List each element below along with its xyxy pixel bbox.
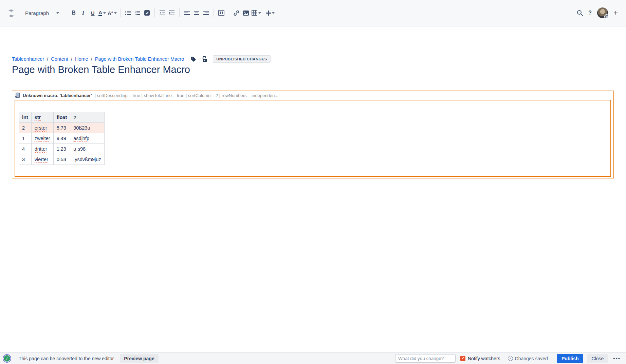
breadcrumb-separator: /: [91, 56, 92, 62]
table-cell[interactable]: 1: [19, 133, 32, 144]
search-icon[interactable]: [577, 10, 583, 16]
text-color-dropdown[interactable]: A: [98, 8, 106, 18]
confluence-logo-icon: [7, 9, 16, 17]
breadcrumb-link[interactable]: Tableenhancer: [12, 56, 44, 62]
user-avatar[interactable]: [597, 7, 608, 18]
table-row: 1zweiter9.49asdjhfp: [19, 133, 105, 144]
table-cell[interactable]: µ s98: [70, 144, 104, 154]
chevron-down-icon: [56, 12, 59, 14]
saved-check-icon: ✓: [508, 356, 513, 361]
editor-toolbar: Paragraph B I U A Ao: [0, 0, 626, 26]
italic-button[interactable]: I: [79, 8, 87, 18]
macro-title: Unknown macro: 'tableenhancer': [23, 93, 92, 98]
table-cell[interactable]: zweiter: [31, 133, 53, 144]
table-cell[interactable]: ysdvßm9juz: [70, 154, 104, 165]
toolbar-divider: [229, 8, 229, 17]
table-cell[interactable]: 2: [19, 123, 32, 133]
checkbox-checked-icon[interactable]: ✓: [460, 356, 465, 361]
underline-button[interactable]: U: [89, 8, 97, 18]
bold-button[interactable]: B: [70, 8, 78, 18]
align-right-button[interactable]: [202, 8, 210, 18]
paragraph-style-label: Paragraph: [25, 10, 49, 16]
outdent-button[interactable]: [158, 8, 166, 18]
insert-image-button[interactable]: [242, 8, 250, 18]
table-cell[interactable]: 9.49: [53, 133, 70, 144]
table-cell[interactable]: erster: [31, 123, 53, 133]
close-button[interactable]: Close: [587, 354, 608, 363]
breadcrumb-link[interactable]: Page with Broken Table Enhancer Macro: [95, 56, 184, 62]
table-header-row: intstrfloat?: [19, 112, 105, 123]
macro-scroll-icon: [15, 93, 20, 98]
notify-watchers-toggle[interactable]: ✓ Notify watchers: [460, 356, 500, 361]
macro-body[interactable]: intstrfloat? 2erster5.7390ß23u1zweiter9.…: [15, 100, 611, 177]
toolbar-divider: [66, 8, 66, 17]
numbered-list-button[interactable]: [133, 8, 142, 18]
chevron-down-icon: [114, 12, 117, 14]
toolbar-divider: [179, 8, 180, 17]
table-header-cell[interactable]: int: [19, 112, 32, 123]
table-row: 3vierter0.53 ysdvßm9juz: [19, 154, 105, 165]
table-cell[interactable]: 3: [19, 154, 32, 165]
table-header-cell[interactable]: float: [53, 112, 70, 123]
notify-watchers-label: Notify watchers: [468, 356, 500, 361]
breadcrumb-separator: /: [47, 56, 48, 62]
change-comment-input[interactable]: [395, 354, 456, 363]
convert-check-icon: ✓: [3, 354, 11, 363]
breadcrumb: Tableenhancer/Content/Home/Page with Bro…: [12, 55, 271, 63]
table-row: 2erster5.7390ß23u: [19, 123, 105, 133]
table-cell[interactable]: 5.73: [53, 123, 70, 133]
macro-params: | sortDescending = true | showTotalLine …: [94, 93, 278, 98]
breadcrumb-separator: /: [71, 56, 72, 62]
table-cell[interactable]: 1.23: [53, 144, 70, 154]
paragraph-style-dropdown[interactable]: Paragraph: [20, 9, 62, 17]
table-row: 4dritter1.23µ s98: [19, 144, 105, 154]
insert-more-dropdown[interactable]: [266, 8, 275, 18]
task-list-button[interactable]: [143, 8, 151, 18]
more-formatting-dropdown[interactable]: Ao: [108, 8, 117, 18]
bullet-list-button[interactable]: [124, 8, 132, 18]
toolbar-divider: [120, 8, 121, 17]
changes-saved-status: ✓ Changes saved: [508, 356, 548, 361]
labels-tag-icon[interactable]: [190, 56, 196, 62]
help-icon[interactable]: ?: [588, 10, 592, 16]
unpublished-changes-badge: UNPUBLISHED CHANGES: [213, 55, 270, 63]
convert-message: This page can be converted to the new ed…: [19, 356, 114, 361]
table-header-cell[interactable]: str: [31, 112, 53, 123]
create-plus-icon[interactable]: +: [613, 8, 618, 17]
data-table: intstrfloat? 2erster5.7390ß23u1zweiter9.…: [19, 112, 105, 165]
table-cell[interactable]: asdjhfp: [70, 133, 104, 144]
table-header-cell[interactable]: ?: [70, 112, 104, 123]
breadcrumb-link[interactable]: Home: [75, 56, 88, 62]
align-center-button[interactable]: [192, 8, 201, 18]
chevron-down-icon: [258, 12, 261, 14]
chevron-down-icon: [103, 12, 106, 14]
macro-header: Unknown macro: 'tableenhancer' | sortDes…: [12, 91, 613, 100]
chevron-down-icon: [272, 12, 275, 14]
insert-table-dropdown[interactable]: [252, 8, 261, 18]
table-cell[interactable]: 0.53: [53, 154, 70, 165]
page-title[interactable]: Page with Broken Table Enhancer Macro: [12, 64, 190, 75]
publish-button[interactable]: Publish: [557, 354, 584, 363]
more-options-icon[interactable]: •••: [613, 356, 621, 361]
table-cell[interactable]: 4: [19, 144, 32, 154]
toolbar-divider: [214, 8, 214, 17]
avatar-status-badge: [604, 14, 609, 19]
unknown-macro-block[interactable]: Unknown macro: 'tableenhancer' | sortDes…: [12, 91, 614, 178]
editor-footer-bar: ✓ This page can be converted to the new …: [0, 352, 626, 364]
changes-saved-label: Changes saved: [515, 356, 548, 361]
indent-button[interactable]: [168, 8, 176, 18]
preview-page-button[interactable]: Preview page: [120, 354, 159, 363]
insert-link-button[interactable]: [233, 8, 241, 18]
unlocked-icon[interactable]: [202, 56, 207, 62]
page-layout-button[interactable]: [217, 8, 225, 18]
table-cell[interactable]: vierter: [31, 154, 53, 165]
table-cell[interactable]: dritter: [31, 144, 53, 154]
breadcrumb-link[interactable]: Content: [51, 56, 68, 62]
table-cell[interactable]: 90ß23u: [70, 123, 104, 133]
align-left-button[interactable]: [183, 8, 191, 18]
toolbar-divider: [154, 8, 155, 17]
